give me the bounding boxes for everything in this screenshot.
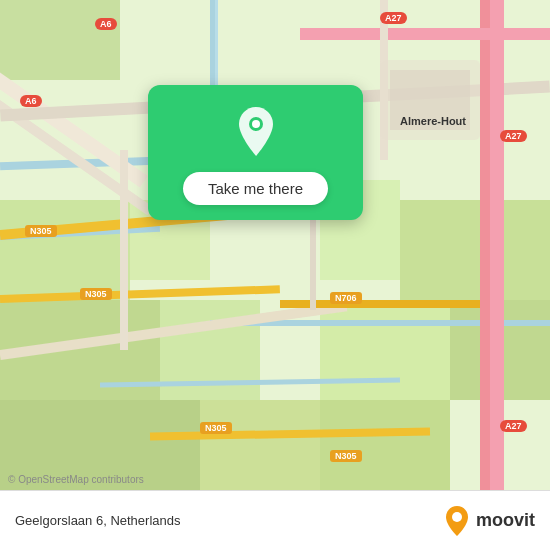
map-background — [0, 0, 550, 490]
bottom-bar: Geelgorslaan 6, Netherlands moovit — [0, 490, 550, 550]
popup-card: Take me there — [148, 85, 363, 220]
moovit-logo: moovit — [443, 505, 535, 537]
n305-bottom-label: N305 — [330, 450, 362, 462]
svg-point-1 — [252, 120, 260, 128]
svg-point-2 — [452, 512, 462, 522]
moovit-text: moovit — [476, 510, 535, 531]
address-label: Geelgorslaan 6, Netherlands — [15, 513, 181, 528]
a27-bottom-label: A27 — [500, 420, 527, 432]
a6-top-label: A6 — [95, 18, 117, 30]
n305-middle-label: N305 — [80, 288, 112, 300]
n706-label: N706 — [330, 292, 362, 304]
n305-left-label: N305 — [25, 225, 57, 237]
place-label: Almere-Hout — [400, 115, 466, 127]
map-container: A6 A6 A27 A27 A27 N305 N305 N305 N305 N7… — [0, 0, 550, 490]
a6-left-label: A6 — [20, 95, 42, 107]
take-me-there-button[interactable]: Take me there — [183, 172, 328, 205]
location-pin-icon — [231, 105, 281, 160]
moovit-pin-icon — [443, 505, 471, 537]
n305-lower-label: N305 — [200, 422, 232, 434]
a27-right-label: A27 — [500, 130, 527, 142]
a27-top-label: A27 — [380, 12, 407, 24]
osm-attribution: © OpenStreetMap contributors — [8, 474, 144, 485]
